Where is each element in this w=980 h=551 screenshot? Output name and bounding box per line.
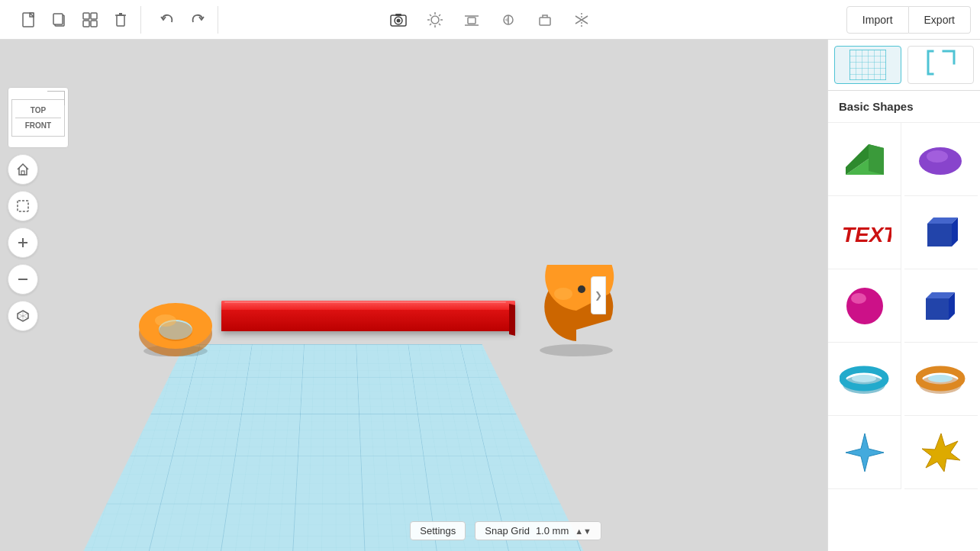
group-button[interactable] — [76, 6, 104, 34]
align-button[interactable] — [458, 6, 485, 34]
svg-marker-34 — [869, 144, 884, 175]
view-cube[interactable]: TOP FRONT — [8, 87, 69, 148]
status-bar: Settings Snap Grid 1.0 mm ▲▼ — [410, 521, 601, 540]
shape-teal-torus[interactable] — [828, 343, 901, 416]
panel-tabs — [828, 40, 980, 91]
shape-blue-box[interactable] — [904, 196, 978, 269]
fit-view-button[interactable] — [8, 191, 38, 221]
svg-rect-16 — [540, 18, 550, 25]
canvas-objects — [0, 40, 827, 551]
snap-value: 1.0 mm — [536, 525, 569, 536]
3d-view-button[interactable] — [8, 301, 38, 331]
settings-button[interactable]: Settings — [410, 521, 466, 540]
svg-rect-6 — [83, 21, 89, 27]
svg-point-36 — [927, 150, 948, 163]
svg-rect-8 — [117, 15, 124, 26]
canvas-area[interactable]: TOP FRONT — [0, 40, 827, 551]
svg-rect-43 — [926, 298, 949, 320]
view-cube-front: FRONT — [15, 118, 61, 133]
svg-point-25 — [540, 344, 613, 356]
view-cube-top: TOP — [15, 103, 61, 118]
svg-point-24 — [155, 314, 176, 327]
redo-button[interactable] — [184, 6, 211, 34]
grid-tab[interactable] — [834, 46, 901, 84]
svg-rect-7 — [91, 21, 97, 27]
svg-text:TEXT: TEXT — [842, 223, 891, 246]
main-area: TOP FRONT — [0, 40, 980, 551]
new-button[interactable] — [15, 6, 43, 34]
flip-button[interactable] — [495, 6, 522, 34]
bracket-tab-icon — [925, 48, 956, 82]
shape-green-wedge[interactable] — [828, 123, 901, 196]
red-bar-object[interactable] — [221, 301, 515, 331]
mirror-button[interactable] — [568, 6, 595, 34]
zoom-in-button[interactable] — [8, 227, 38, 258]
orange-torus-object[interactable] — [134, 292, 218, 356]
light-button[interactable] — [421, 6, 449, 34]
svg-point-41 — [846, 288, 883, 324]
file-tools — [9, 6, 141, 34]
zoom-out-button[interactable] — [8, 264, 38, 295]
group-transform-button[interactable] — [531, 6, 559, 34]
right-panel: Basic Shapes T — [827, 40, 980, 551]
svg-point-48 — [852, 375, 876, 382]
shape-purple-ellipse[interactable] — [904, 123, 978, 196]
svg-rect-14 — [468, 18, 475, 24]
svg-point-26 — [578, 285, 585, 293]
svg-point-13 — [431, 16, 439, 24]
svg-rect-12 — [395, 14, 401, 16]
shapes-grid: TEXT — [828, 123, 980, 489]
svg-rect-29 — [18, 201, 28, 211]
shapes-panel-header: Basic Shapes — [828, 91, 980, 123]
svg-point-27 — [554, 288, 572, 300]
shape-orange-torus[interactable] — [904, 343, 978, 416]
snap-grid-info: Snap Grid 1.0 mm ▲▼ — [475, 521, 601, 540]
snap-grid-label: Snap Grid — [485, 525, 530, 536]
svg-point-11 — [397, 18, 401, 22]
camera-view-button[interactable] — [385, 6, 412, 34]
action-buttons: Import Export — [846, 6, 971, 34]
shapes-title: Basic Shapes — [839, 100, 914, 113]
svg-point-42 — [851, 293, 866, 304]
svg-rect-38 — [927, 224, 952, 246]
snap-arrows[interactable]: ▲▼ — [575, 527, 592, 536]
svg-rect-30 — [849, 50, 886, 80]
shape-pink-sphere[interactable] — [828, 269, 901, 343]
chevron-icon: ❯ — [595, 290, 602, 301]
svg-rect-3 — [53, 14, 63, 24]
export-button[interactable]: Export — [909, 6, 971, 34]
svg-rect-4 — [83, 13, 89, 19]
undo-button[interactable] — [153, 6, 181, 34]
svg-rect-5 — [91, 13, 97, 19]
shape-blue-box2[interactable] — [904, 269, 978, 343]
delete-button[interactable] — [107, 6, 134, 34]
shape-text-3d[interactable]: TEXT — [828, 196, 901, 269]
shape-star-yellow[interactable] — [904, 416, 978, 489]
panel-collapse-handle[interactable]: ❯ — [591, 276, 606, 314]
import-button[interactable]: Import — [846, 6, 909, 34]
view-tools — [385, 6, 595, 34]
grid-tab-icon — [849, 50, 886, 80]
toolbar: Import Export — [0, 0, 980, 40]
duplicate-button[interactable] — [46, 6, 73, 34]
history-tools — [147, 6, 218, 34]
bracket-tab[interactable] — [907, 46, 975, 84]
shape-star-blue[interactable] — [828, 416, 901, 489]
left-panel: TOP FRONT — [8, 87, 69, 331]
home-button[interactable] — [8, 154, 38, 185]
svg-point-51 — [928, 375, 953, 382]
